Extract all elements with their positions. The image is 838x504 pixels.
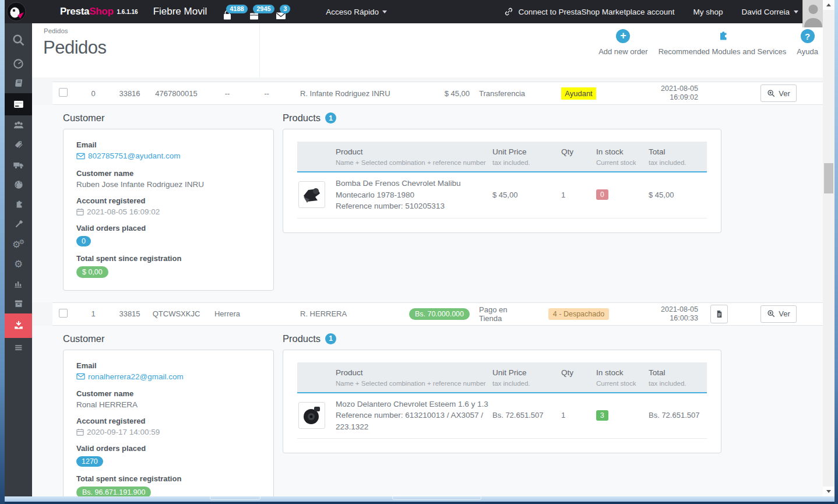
customers-people-icon — [12, 119, 25, 132]
order-payment: Pago en Tienda — [473, 305, 523, 323]
sidebar-item-preferences[interactable] — [5, 214, 32, 234]
download-icon — [12, 319, 25, 332]
customer-name-value: Ruben Jose Infante Rodriguez INRU — [76, 180, 260, 189]
frame-glint — [210, 495, 260, 500]
sidebar-item-shipping[interactable] — [5, 155, 32, 175]
plus-circle-icon — [616, 29, 630, 43]
sidebar-item-orders[interactable] — [5, 93, 32, 115]
globe-icon — [13, 179, 24, 191]
app-version: 1.6.1.16 — [117, 9, 138, 15]
customer-name-value: Ronal HERRERA — [76, 400, 260, 409]
stock-badge: 0 — [596, 189, 608, 200]
window-frame-right — [835, 0, 838, 504]
products-count-badge: 1 — [325, 112, 336, 124]
scroll-up-button[interactable] — [823, 0, 835, 10]
marketplace-link[interactable]: Connect to PrestaShop Marketplace accoun… — [503, 6, 675, 17]
view-order-button[interactable]: Ver — [760, 84, 797, 102]
gear-icon: ⚙ — [14, 258, 23, 270]
stock-badge: 3 — [596, 410, 608, 421]
valid-orders-badge: 0 — [76, 236, 91, 246]
order-total-badge: Bs. 70.000.000 — [409, 308, 470, 320]
connect-link-icon — [503, 6, 514, 17]
dashboard-gauge-icon — [12, 58, 24, 70]
quick-access-menu[interactable]: Acceso Rápido — [326, 8, 387, 16]
catalog-book-icon — [13, 77, 24, 89]
total-spent-badge: $ 0,00 — [76, 266, 108, 278]
customer-email-link[interactable]: 802785751@ayudant.com — [76, 151, 181, 160]
row-checkbox[interactable] — [59, 88, 68, 97]
order-row[interactable]: 1 33815 QTCWSXKJC Herrera R. HERRERA Bs.… — [52, 302, 823, 326]
gears-icon: ⚙⚙ — [12, 238, 24, 250]
customer-card: Email 802785751@ayudant.com Customer nam… — [63, 129, 274, 291]
brand-name: PrestaShop — [60, 6, 113, 17]
order-reference: QTCWSXKJC — [149, 309, 204, 318]
product-total: $ 45,00 — [649, 191, 707, 199]
prestashop-logo-icon[interactable] — [6, 2, 26, 22]
header-divider — [259, 23, 260, 77]
user-avatar[interactable] — [802, 0, 823, 27]
cart-notifications[interactable]: 4188 — [221, 3, 234, 23]
sidebar-item-search[interactable] — [5, 27, 32, 54]
products-count-badge: 1 — [325, 333, 336, 344]
sidebar-item-advanced-parameters[interactable]: ⚙⚙ — [5, 234, 32, 254]
zoom-view-icon — [767, 89, 776, 98]
wrench-icon — [13, 218, 24, 230]
my-shop-link[interactable]: My shop — [693, 8, 723, 16]
sidebar-item-stock[interactable] — [5, 294, 32, 313]
orders-list: 0 33816 4767800015 -- -- R. Infante Rodr… — [32, 77, 823, 496]
view-order-button[interactable]: Ver — [760, 305, 797, 323]
archive-box-icon — [13, 298, 24, 309]
orders-notifications[interactable]: 2945 — [248, 3, 260, 23]
order-status-badge: 4 - Despachado — [548, 308, 609, 320]
sidebar-item-customers[interactable] — [5, 115, 32, 135]
order-date: 2021-08-0516:00:33 — [634, 305, 704, 323]
scrollbar-thumb[interactable] — [824, 163, 833, 193]
sidebar-item-updates[interactable] — [5, 313, 32, 338]
order-row[interactable]: 0 33816 4767800015 -- -- R. Infante Rodr… — [52, 82, 823, 105]
sidebar-item-dashboard[interactable] — [5, 54, 32, 73]
calendar-icon — [76, 208, 84, 216]
products-table-header: ProductName + Selected combination + ref… — [297, 142, 707, 172]
help-button[interactable]: Ayuda — [797, 29, 818, 56]
product-thumbnail[interactable] — [298, 181, 325, 208]
vertical-scrollbar[interactable] — [823, 0, 835, 496]
user-menu[interactable]: David Correia — [741, 8, 798, 16]
products-section-title: Products 1 — [283, 112, 721, 124]
sidebar-item-stats[interactable] — [5, 274, 32, 294]
sidebar-item-menu[interactable] — [5, 338, 32, 358]
question-circle-icon — [801, 29, 815, 43]
order-delivery: -- — [204, 89, 251, 98]
brake-pump-image — [300, 183, 323, 206]
calendar-icon — [76, 428, 84, 436]
add-new-order-button[interactable]: Add new order — [598, 29, 648, 56]
order-delivery: Herrera — [204, 309, 251, 318]
sidebar-item-modules[interactable] — [5, 195, 32, 214]
customer-email-link[interactable]: ronalherrera22@gmail.com — [76, 372, 184, 381]
top-bar: PrestaShop 1.6.1.16 Fiebre Movil 4188 29… — [5, 0, 823, 23]
envelope-icon — [76, 153, 85, 160]
account-registered-value: 2020-09-17 14:00:59 — [76, 428, 260, 436]
frame-glint — [392, 495, 481, 500]
sidebar-item-catalog[interactable] — [5, 73, 32, 93]
customer-section-title: Customer — [63, 112, 274, 124]
recommended-modules-button[interactable]: Recommended Modules and Services — [659, 29, 787, 56]
account-registered-value: 2021-08-05 16:09:02 — [76, 207, 260, 216]
puzzle-icon — [13, 199, 24, 210]
scroll-down-button[interactable] — [823, 487, 835, 496]
sidebar-item-administration[interactable]: ⚙ — [5, 254, 32, 274]
notification-area: 4188 2945 3 — [221, 0, 287, 23]
sidebar-item-localization[interactable] — [5, 175, 32, 195]
sidebar-item-price-rules[interactable] — [5, 135, 32, 155]
order-detail: Customer Email ronalherrera22@gmail.com … — [32, 326, 823, 497]
order-date: 2021-08-0516:09:02 — [634, 84, 704, 102]
order-reference: 4767800015 — [149, 89, 204, 98]
product-thumbnail[interactable] — [298, 402, 325, 429]
order-document-button[interactable] — [710, 305, 728, 323]
messages-notifications[interactable]: 3 — [274, 3, 287, 23]
order-total: $ 45,00 — [406, 89, 473, 98]
row-checkbox[interactable] — [59, 309, 68, 318]
breadcrumb[interactable]: Pedidos — [44, 27, 68, 34]
product-unit-price: $ 45,00 — [492, 191, 558, 199]
shop-name: Fiebre Movil — [153, 6, 207, 17]
valid-orders-badge: 1270 — [76, 456, 103, 467]
